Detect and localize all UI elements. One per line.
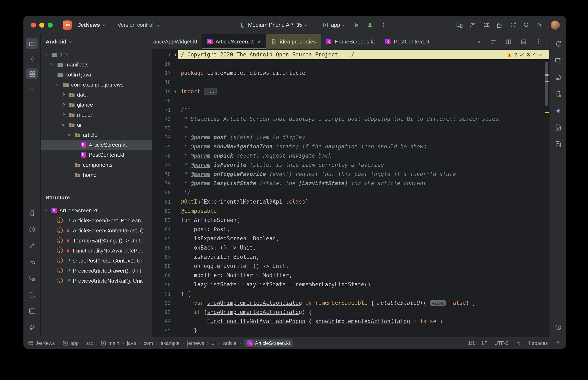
code-line[interactable]: 82@Composable bbox=[152, 207, 549, 216]
chevron-down-icon[interactable] bbox=[43, 209, 49, 211]
code-view-icon[interactable] bbox=[488, 36, 499, 47]
project-item-app[interactable]: app bbox=[41, 49, 152, 59]
line-number[interactable]: 91 bbox=[152, 289, 171, 299]
code-line[interactable]: 88 onToggleFavorite: () -> Unit, bbox=[152, 262, 549, 271]
scrollbar-mark[interactable] bbox=[545, 112, 549, 113]
code-style[interactable] bbox=[515, 340, 521, 346]
chevron-right-icon[interactable] bbox=[61, 114, 66, 115]
code-line[interactable]: 16 bbox=[152, 59, 549, 69]
code-line[interactable]: 89 modifier: Modifier = Modifier, bbox=[152, 271, 549, 280]
previous-problem-icon[interactable] bbox=[533, 53, 537, 57]
more-actions-icon[interactable] bbox=[378, 19, 388, 30]
gradle-button[interactable] bbox=[552, 71, 564, 83]
line-number[interactable]: 77 bbox=[152, 161, 171, 170]
code-line[interactable]: 76 * @param onBack (event) request navig… bbox=[152, 151, 549, 161]
line-number[interactable]: 74 bbox=[152, 133, 171, 142]
line-number[interactable]: 19 bbox=[152, 87, 171, 96]
indent-size[interactable]: 4 spaces bbox=[528, 340, 548, 346]
run-configuration-selector[interactable]: app bbox=[319, 20, 348, 30]
code-with-me-icon[interactable] bbox=[467, 19, 478, 30]
find-usages-button[interactable] bbox=[552, 138, 564, 150]
line-number[interactable]: 82 bbox=[152, 207, 171, 216]
device-explorer-button[interactable] bbox=[26, 288, 38, 300]
code-line[interactable]: 80 */ bbox=[152, 188, 549, 197]
code-line[interactable]: 90 lazyListState: LazyListState = rememb… bbox=[152, 280, 549, 289]
line-number[interactable]: 76 bbox=[152, 151, 171, 161]
code-line[interactable]: 71/** bbox=[152, 105, 549, 114]
close-tab-icon[interactable]: × bbox=[257, 38, 261, 45]
project-view-selector[interactable]: Android bbox=[41, 34, 152, 49]
line-number[interactable]: 18 bbox=[152, 78, 171, 87]
user-avatar[interactable] bbox=[550, 20, 560, 30]
line-number[interactable]: 90 bbox=[152, 280, 171, 289]
editor[interactable]: 1/ Copyright 2020 The Android Open Sourc… bbox=[152, 49, 549, 337]
code-line[interactable]: 72 * Stateless Article Screen that displ… bbox=[152, 114, 549, 124]
code-line[interactable]: 93 if (showUnimplementedActionDialog) { bbox=[152, 308, 549, 317]
structure-item-previewarticledrawer-unit[interactable]: fPreviewArticleDrawer(): Unit bbox=[41, 266, 152, 275]
line-number[interactable]: 88 bbox=[152, 262, 171, 271]
close-window-button[interactable] bbox=[31, 22, 36, 27]
chevron-down-icon[interactable] bbox=[66, 133, 72, 136]
split-view-icon[interactable] bbox=[503, 36, 514, 47]
line-number[interactable]: 81 bbox=[152, 197, 171, 207]
breadcrumb-jetnews[interactable]: JetNews bbox=[28, 340, 55, 346]
breadcrumb-main[interactable]: main bbox=[101, 340, 119, 346]
resource-manager-button[interactable] bbox=[552, 121, 564, 133]
project-item-model[interactable]: model bbox=[41, 110, 152, 120]
debug-button[interactable] bbox=[364, 19, 375, 30]
device-mirroring-button[interactable] bbox=[552, 54, 564, 66]
line-number[interactable]: 80 bbox=[152, 188, 171, 197]
app-inspection-button[interactable] bbox=[26, 272, 38, 284]
breadcrumb-src[interactable]: src bbox=[86, 340, 93, 346]
chevron-down-icon[interactable] bbox=[55, 83, 60, 85]
structure-item-topappbar-string-unit[interactable]: fTopAppBar(String, () -> Unit, bbox=[41, 235, 152, 245]
hidden-tabs-icon[interactable] bbox=[473, 36, 484, 47]
line-number[interactable]: 17 bbox=[152, 69, 171, 78]
structure-item-articlescreen-post-boolean[interactable]: fArticleScreen(Post, Boolean, bbox=[41, 215, 152, 225]
line-number[interactable]: 94 bbox=[152, 317, 171, 326]
notifications-bell-button[interactable] bbox=[552, 38, 564, 49]
line-number[interactable]: 93 bbox=[152, 308, 171, 317]
fold-marker[interactable] bbox=[171, 54, 178, 56]
structure-item-previewarticlenavrail-unit[interactable]: fPreviewArticleNavRail(): Unit bbox=[41, 275, 152, 285]
code-line[interactable]: 70 bbox=[152, 96, 549, 105]
version-control-button[interactable] bbox=[26, 321, 38, 333]
project-item-components[interactable]: components bbox=[41, 160, 152, 170]
caret-position[interactable]: 1:1 bbox=[468, 340, 475, 346]
scrollbar-mark[interactable] bbox=[545, 75, 549, 76]
breadcrumb-com[interactable]: com bbox=[143, 340, 153, 346]
code-line[interactable]: 83fun ArticleScreen( bbox=[152, 216, 549, 225]
breadcrumb-java[interactable]: java bbox=[127, 340, 136, 346]
line-number[interactable]: 85 bbox=[152, 234, 171, 243]
line-number[interactable]: 72 bbox=[152, 114, 171, 124]
code-line[interactable]: 73 * bbox=[152, 124, 549, 133]
chevron-right-icon[interactable] bbox=[49, 63, 54, 65]
search-icon[interactable] bbox=[521, 19, 532, 30]
maximize-window-button[interactable] bbox=[48, 22, 53, 27]
line-number[interactable]: 95 bbox=[152, 326, 171, 335]
running-devices-button[interactable] bbox=[552, 88, 564, 99]
fold-marker[interactable] bbox=[171, 91, 178, 93]
breadcrumb-ui[interactable]: ui bbox=[212, 340, 216, 346]
tab-idea-properties[interactable]: idea.properties bbox=[266, 34, 321, 49]
gemini-button[interactable] bbox=[552, 105, 564, 116]
structure-item-sharepost-post-context-un[interactable]: fsharePost(Post, Context): Un bbox=[41, 255, 152, 266]
code-line[interactable]: 78 * @param onToggleFavorite (event) req… bbox=[152, 170, 549, 179]
project-item-com-example-jetnews[interactable]: com.example.jetnews bbox=[41, 79, 152, 90]
code-line[interactable]: 75 * @param showNavigationIcon (state) i… bbox=[152, 142, 549, 151]
line-number[interactable]: 71 bbox=[152, 105, 171, 114]
terminal-button[interactable] bbox=[26, 305, 38, 316]
line-number[interactable]: 73 bbox=[152, 124, 171, 133]
project-selector[interactable]: JetNews bbox=[75, 20, 108, 30]
line-number[interactable]: 92 bbox=[152, 299, 171, 308]
project-item-home[interactable]: home bbox=[41, 170, 152, 180]
code-line[interactable]: 77 * @param isFavorite (state) is this i… bbox=[152, 161, 549, 170]
project-folder-button[interactable] bbox=[26, 38, 38, 49]
code-line[interactable]: 19import ... bbox=[152, 87, 549, 96]
breadcrumb-article[interactable]: article bbox=[223, 340, 236, 346]
more-tools-button[interactable] bbox=[26, 83, 38, 95]
code-line[interactable]: 18 bbox=[152, 78, 549, 87]
build-tool-button[interactable] bbox=[26, 240, 38, 251]
design-view-icon[interactable] bbox=[518, 36, 529, 47]
profiler-button[interactable] bbox=[26, 256, 38, 267]
